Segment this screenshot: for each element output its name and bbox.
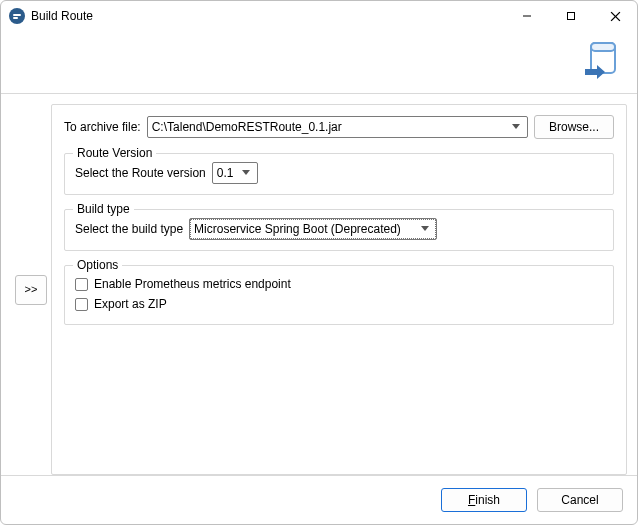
route-version-combo[interactable]: 0.1 <box>212 162 258 184</box>
archive-label: To archive file: <box>64 120 141 134</box>
enable-metrics-label: Enable Prometheus metrics endpoint <box>94 277 291 291</box>
route-version-label: Select the Route version <box>75 166 206 180</box>
window-title: Build Route <box>31 9 93 23</box>
export-icon <box>581 39 625 86</box>
svg-rect-7 <box>591 43 615 51</box>
export-zip-checkbox[interactable] <box>75 298 88 311</box>
finish-label: Finish <box>468 493 500 507</box>
route-version-group: Route Version Select the Route version 0… <box>64 153 614 195</box>
expand-button[interactable]: >> <box>15 275 47 305</box>
browse-button[interactable]: Browse... <box>534 115 614 139</box>
export-zip-row[interactable]: Export as ZIP <box>75 294 603 314</box>
content-panel: To archive file: C:\Talend\DemoRESTRoute… <box>51 104 627 475</box>
build-type-combo[interactable]: Microservice Spring Boot (Deprecated) <box>189 218 437 240</box>
chevron-down-icon <box>418 226 432 232</box>
build-type-label: Select the build type <box>75 222 183 236</box>
expand-label: >> <box>25 284 38 295</box>
app-icon <box>9 8 25 24</box>
build-type-title: Build type <box>73 202 134 216</box>
enable-metrics-checkbox[interactable] <box>75 278 88 291</box>
maximize-button[interactable] <box>549 1 593 31</box>
cancel-label: Cancel <box>561 493 598 507</box>
finish-button[interactable]: Finish <box>441 488 527 512</box>
banner <box>1 31 637 94</box>
footer: Finish Cancel <box>1 475 637 524</box>
build-type-value: Microservice Spring Boot (Deprecated) <box>194 222 418 236</box>
route-version-title: Route Version <box>73 146 156 160</box>
svg-rect-0 <box>13 14 21 16</box>
minimize-button[interactable] <box>505 1 549 31</box>
build-route-dialog: Build Route >> <box>0 0 638 525</box>
options-title: Options <box>73 258 122 272</box>
route-version-value: 0.1 <box>217 166 239 180</box>
build-type-group: Build type Select the build type Microse… <box>64 209 614 251</box>
close-button[interactable] <box>593 1 637 31</box>
archive-row: To archive file: C:\Talend\DemoRESTRoute… <box>64 115 614 139</box>
cancel-button[interactable]: Cancel <box>537 488 623 512</box>
archive-file-value: C:\Talend\DemoRESTRoute_0.1.jar <box>152 120 509 134</box>
svg-rect-1 <box>13 17 18 19</box>
export-zip-label: Export as ZIP <box>94 297 167 311</box>
titlebar: Build Route <box>1 1 637 31</box>
archive-file-combo[interactable]: C:\Talend\DemoRESTRoute_0.1.jar <box>147 116 528 138</box>
options-group: Options Enable Prometheus metrics endpoi… <box>64 265 614 325</box>
browse-label: Browse... <box>549 120 599 134</box>
chevron-down-icon <box>509 124 523 130</box>
chevron-down-icon <box>239 170 253 176</box>
svg-rect-3 <box>568 13 575 20</box>
enable-metrics-row[interactable]: Enable Prometheus metrics endpoint <box>75 274 603 294</box>
